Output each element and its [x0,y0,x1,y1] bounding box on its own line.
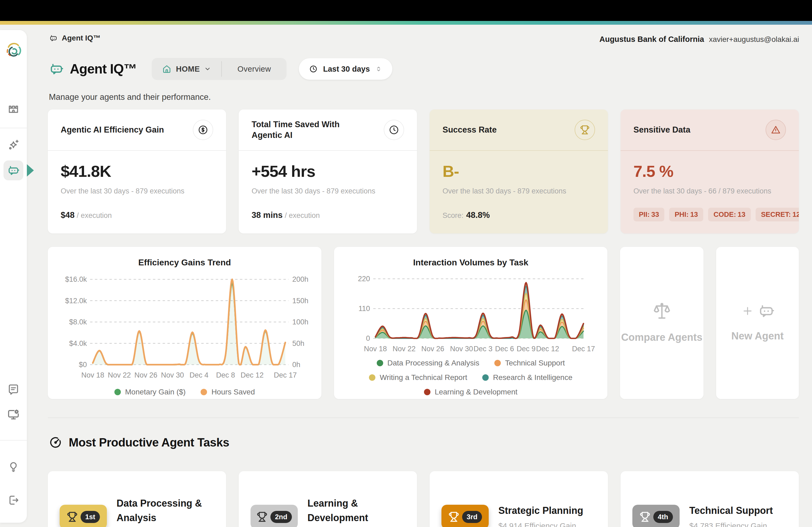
task-card-2: 2nd Learning & Development $5,595 Effici… [239,471,417,527]
chart-legend: Data Processing & AnalysisTechnical Supp… [369,359,573,396]
svg-text:Dec 12: Dec 12 [536,345,559,353]
view-switcher: HOME Overview [152,58,287,80]
rank-label: 2nd [271,511,292,523]
robot-icon [758,302,775,320]
legend-dot [377,360,383,366]
rank-label: 1st [81,511,100,523]
robot-icon [49,61,64,76]
metric-card-efficiency-gain: Agentic AI Efficiency Gain $41.8K Over t… [48,109,226,234]
metric-subtitle: Over the last 30 days - 879 executions [61,187,213,195]
sidebar-item-ai-tools[interactable] [0,134,27,156]
trophy-icon [67,511,78,523]
legend-item: Research & Intelligence [482,373,572,382]
compare-agents-button[interactable]: Compare Agents [620,247,704,399]
legend-item: Hours Saved [201,388,255,396]
svg-text:0h: 0h [292,361,301,369]
svg-text:100h: 100h [292,318,308,326]
efficiency-trend-chart: $00h$4.0k50h$8.0k100h$12.0k150h$16.0k200… [48,269,321,382]
user-email: xavier+augustus@olakai.ai [709,35,799,44]
app-logo[interactable] [0,40,27,61]
task-card-4: 4th Technical Support $4,783 Efficiency … [621,471,799,527]
robot-icon [49,34,58,42]
badge-pii: PII:33 [634,208,664,221]
svg-text:Nov 30: Nov 30 [450,345,473,353]
home-label: HOME [176,65,200,74]
metric-title: Total Time Saved With Agentic AI [251,119,364,141]
metric-card-sensitive-data: Sensitive Data 7.5 % Over the last 30 da… [621,109,799,234]
metric-title: Sensitive Data [634,124,690,135]
task-card-3: 3rd Strategic Planning $4,914 Efficiency… [430,471,608,527]
metric-value: B- [443,162,595,181]
metric-subtitle: Over the last 30 days - 66 / 879 executi… [634,187,786,195]
svg-text:Nov 22: Nov 22 [393,345,416,353]
sidebar-item-organization[interactable] [0,99,27,120]
legend-item: Data Processing & Analysis [377,359,479,367]
per-execution-value: 38 mins [251,210,282,220]
badge-code: CODE:13 [708,208,751,221]
tasks-section-heading: Most Productive Agent Tasks [49,436,229,449]
account-info[interactable]: Augustus Bank of California xavier+augus… [599,35,799,44]
legend-dot [201,389,207,395]
sidebar-item-insights[interactable] [0,456,27,477]
svg-text:Dec 6: Dec 6 [495,345,514,353]
time-range-selector[interactable]: Last 30 days [299,58,392,80]
svg-text:Dec 4: Dec 4 [190,371,209,379]
tab-overview[interactable]: Overview [222,58,287,80]
trophy-icon [639,511,651,523]
metric-title: Success Rate [443,124,497,135]
dollar-icon [193,120,213,140]
clock-icon [384,120,404,140]
home-dropdown[interactable]: HOME [152,58,221,80]
badge-secret: SECRET:12 [756,208,799,221]
sidebar-item-conversations[interactable] [0,379,27,400]
lightbulb-icon [8,461,19,472]
metric-card-success-rate: Success Rate B- Over the last 30 days - … [430,109,608,234]
task-gain: $4,783 Efficiency Gain [689,522,773,527]
rank-label: 3rd [462,511,482,523]
section-divider [48,418,799,418]
legend-dot [114,389,121,395]
org-name: Augustus Bank of California [599,35,704,44]
warning-icon [766,120,786,140]
rank-label: 4th [653,511,673,523]
legend-item: Writing a Technical Report [369,373,467,382]
svg-text:$12.0k: $12.0k [65,297,87,305]
tasks-heading-text: Most Productive Agent Tasks [69,436,229,449]
robot-icon [7,164,20,177]
task-gain: $4,914 Efficiency Gain [498,522,583,527]
metric-card-time-saved: Total Time Saved With Agentic AI +554 hr… [239,109,417,234]
sidebar-item-agent-iq[interactable] [0,161,27,180]
plus-icon [740,303,755,318]
brand-gradient-strip [0,21,812,25]
task-card-1: 1st Data Processing & Analysis $9,101 Ef… [48,471,226,527]
task-title: Data Processing & Analysis [117,496,214,525]
task-title: Learning & Development [307,496,405,525]
new-agent-button[interactable]: New Agent [716,247,799,399]
svg-text:200h: 200h [292,275,308,283]
svg-text:$8.0k: $8.0k [69,318,87,326]
gauge-icon [49,436,62,449]
svg-text:Nov 22: Nov 22 [108,371,131,379]
svg-text:Dec 17: Dec 17 [572,345,595,353]
top-black-bar [0,0,812,21]
sidebar-active-arrow [27,164,34,177]
sidebar-item-system-settings[interactable] [0,404,27,425]
clock-icon [309,65,318,73]
compare-agents-label: Compare Agents [621,330,702,345]
page-title: Agent IQ™ [70,61,137,77]
badge-phi: PHI:13 [669,208,703,221]
charts-row: Efficiency Gains Trend $00h$4.0k50h$8.0k… [48,247,799,399]
svg-text:Dec 3: Dec 3 [474,345,493,353]
svg-text:220: 220 [358,275,370,283]
sidebar-item-logout[interactable] [0,490,27,511]
svg-text:Nov 18: Nov 18 [364,345,387,353]
score-label: Score: [443,211,463,220]
legend-item: Technical Support [494,359,565,367]
metric-cards: Agentic AI Efficiency Gain $41.8K Over t… [48,109,799,234]
home-icon [162,64,172,74]
legend-dot [482,374,489,381]
svg-text:Nov 18: Nov 18 [81,371,104,379]
interaction-volumes-chart: 0110220Nov 18Nov 22Nov 26Nov 30Dec 3Dec … [334,269,607,355]
per-execution-label: / execution [77,211,112,220]
trophy-icon [575,120,595,140]
